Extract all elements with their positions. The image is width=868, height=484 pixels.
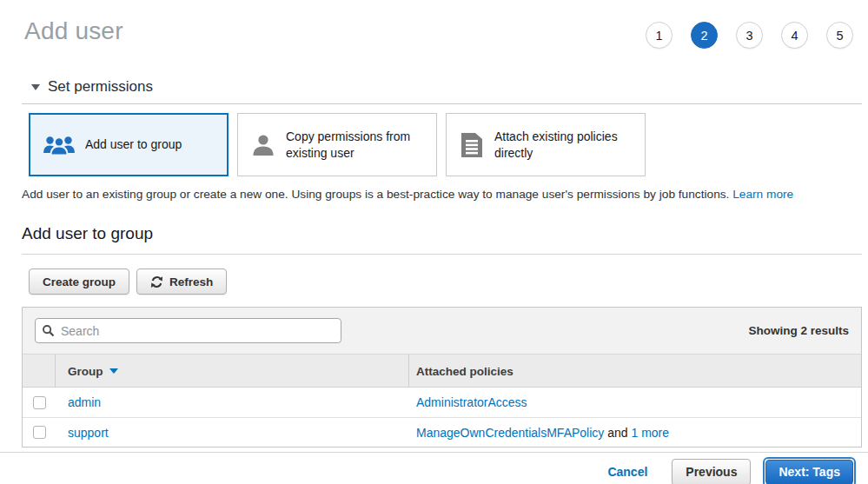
page-title: Add user: [24, 17, 123, 45]
search-box: [35, 318, 341, 343]
section-title: Set permissions: [48, 78, 153, 96]
wizard-footer: Cancel Previous Next: Tags: [0, 452, 868, 484]
table-toolbar: Showing 2 results: [23, 308, 861, 355]
and-text: and: [607, 426, 627, 440]
refresh-icon: [150, 275, 163, 288]
user-icon: [250, 132, 276, 158]
card-label: Add user to group: [85, 136, 182, 152]
previous-label: Previous: [686, 465, 737, 479]
collapse-caret-icon: [31, 84, 40, 90]
group-actions: Create group Refresh: [22, 269, 862, 295]
permission-option-cards: Add user to group Copy permissions from …: [22, 113, 862, 176]
policy-link[interactable]: AdministratorAccess: [416, 395, 527, 409]
wizard-header: Add user 1 2 3 4 5: [0, 0, 868, 49]
checkbox-cell: [23, 426, 56, 439]
step-circle: 3: [736, 22, 763, 49]
policies-cell: AdministratorAccess: [409, 395, 861, 409]
search-icon: [42, 324, 55, 337]
attached-policies-column-header: Attached policies: [409, 365, 861, 378]
next-button-focus-ring: Next: Tags: [763, 457, 856, 484]
group-cell: support: [56, 426, 409, 440]
table-header-row: Group Attached policies: [23, 355, 861, 388]
policy-link[interactable]: ManageOwnCredentialsMFAPolicy: [416, 426, 604, 440]
row-checkbox[interactable]: [33, 396, 46, 409]
set-permissions-section-toggle[interactable]: Set permissions: [22, 78, 862, 104]
refresh-button[interactable]: Refresh: [136, 269, 227, 295]
group-column-label: Group: [68, 365, 103, 378]
step-circle: 5: [826, 22, 853, 49]
step-indicator: 1 2 3 4 5: [646, 22, 853, 49]
card-label: Attach existing policies directly: [494, 129, 636, 160]
group-link[interactable]: admin: [68, 395, 101, 409]
step-circle: 2: [691, 22, 718, 49]
table-row: support ManageOwnCredentialsMFAPolicy an…: [23, 417, 861, 447]
select-all-column: [23, 355, 56, 388]
checkbox-cell: [23, 396, 56, 409]
create-group-button[interactable]: Create group: [29, 269, 129, 295]
row-checkbox[interactable]: [33, 426, 46, 439]
group-icon: [43, 133, 76, 157]
sort-desc-icon: [109, 368, 118, 374]
card-attach-policies[interactable]: Attach existing policies directly: [446, 113, 646, 176]
section-description: Add user to an existing group or create …: [22, 188, 862, 201]
step-circle: 1: [646, 22, 673, 49]
attached-policies-label: Attached policies: [416, 365, 514, 378]
policies-cell: ManageOwnCredentialsMFAPolicy and 1 more: [409, 426, 861, 440]
group-link[interactable]: support: [68, 426, 109, 440]
card-copy-permissions[interactable]: Copy permissions from existing user: [237, 113, 437, 176]
more-policies-link[interactable]: 1 more: [631, 426, 669, 440]
group-cell: admin: [56, 395, 409, 409]
create-group-label: Create group: [43, 275, 116, 288]
previous-button[interactable]: Previous: [672, 459, 751, 484]
document-icon: [459, 131, 485, 159]
description-text: Add user to an existing group or create …: [22, 188, 729, 201]
card-add-user-to-group[interactable]: Add user to group: [29, 113, 229, 176]
results-count: Showing 2 results: [748, 324, 849, 337]
groups-table-panel: Showing 2 results Group Attached policie…: [22, 307, 862, 448]
cancel-link[interactable]: Cancel: [607, 465, 647, 479]
table-row: admin AdministratorAccess: [23, 388, 861, 417]
group-column-header[interactable]: Group: [56, 355, 409, 388]
next-tags-button[interactable]: Next: Tags: [765, 460, 853, 484]
step-circle: 4: [781, 22, 808, 49]
learn-more-link[interactable]: Learn more: [732, 188, 793, 201]
group-section-title: Add user to group: [22, 224, 862, 255]
card-label: Copy permissions from existing user: [286, 129, 427, 160]
search-input[interactable]: [35, 318, 341, 343]
refresh-label: Refresh: [169, 275, 213, 288]
